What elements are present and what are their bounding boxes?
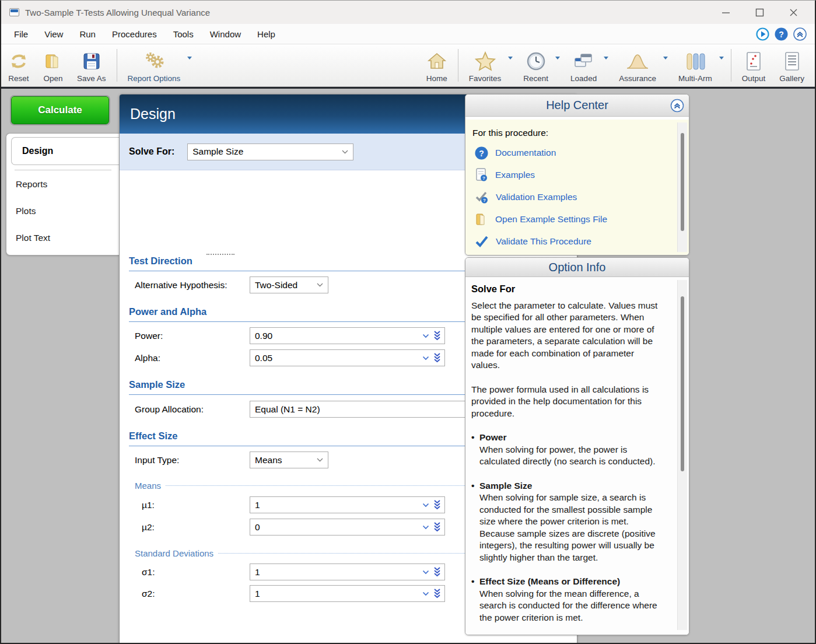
open-button[interactable]: Open (36, 44, 70, 86)
menu-view[interactable]: View (36, 26, 71, 43)
group-allocation-label: Group Allocation: (135, 404, 250, 415)
window-title: Two-Sample T-Tests Allowing Unequal Vari… (25, 8, 210, 18)
input-type-dropdown[interactable]: Means (250, 452, 328, 468)
toolbar-separator (458, 49, 458, 82)
favorites-button[interactable]: Favorites (462, 44, 509, 86)
run-play-icon[interactable] (756, 27, 769, 41)
multi-value-chevrons-icon[interactable] (433, 331, 441, 341)
multi-value-chevrons-icon[interactable] (433, 522, 441, 532)
multi-value-chevrons-icon[interactable] (433, 589, 441, 598)
alternative-hypothesis-dropdown[interactable]: Two-Sided (250, 276, 328, 293)
loaded-dropdown-arrow[interactable] (604, 57, 608, 60)
recent-button[interactable]: Recent (516, 44, 555, 86)
option-info-paragraph: Select the parameter to calculate. Value… (471, 300, 664, 372)
help-link-documentation[interactable]: ? Documentation (475, 144, 556, 162)
tab-design[interactable]: Design (11, 137, 121, 165)
chevron-down-icon[interactable] (422, 334, 429, 338)
procedure-tabs-panel: Design Reports Plots Plot Text (6, 133, 119, 256)
documentation-icon: ? (475, 146, 488, 160)
sigma2-input[interactable] (250, 585, 445, 602)
chevron-down-icon[interactable] (422, 503, 429, 508)
help-link-open-example-settings[interactable]: Open Example Settings File (475, 211, 607, 228)
mu1-input[interactable] (250, 496, 445, 513)
power-input[interactable] (250, 327, 445, 344)
mu1-label: µ1: (142, 500, 250, 510)
close-button[interactable] (776, 1, 810, 24)
reset-button[interactable]: Reset (1, 44, 36, 86)
tab-plots[interactable]: Plots (16, 202, 109, 220)
help-link-validation-examples[interactable]: ? Validation Examples (475, 188, 577, 206)
gallery-button[interactable]: Gallery (772, 44, 811, 86)
chevron-down-icon (317, 283, 323, 287)
help-icon[interactable]: ? (775, 27, 788, 41)
option-info-bullet-effect-size: • Effect Size (Means or Difference) When… (471, 576, 664, 624)
recent-dropdown-arrow[interactable] (555, 57, 560, 60)
assurance-button[interactable]: Assurance (612, 44, 663, 86)
multi-value-chevrons-icon[interactable] (433, 500, 441, 510)
menu-help[interactable]: Help (249, 26, 283, 43)
reset-icon (8, 50, 29, 73)
assurance-curve-icon (625, 50, 650, 73)
option-info-scrollbar[interactable] (677, 280, 687, 630)
report-options-button[interactable]: Report Options (121, 44, 188, 86)
panel-splitter-horizontal[interactable] (206, 254, 234, 255)
multi-value-chevrons-icon[interactable] (433, 567, 441, 577)
tab-plot-text[interactable]: Plot Text (16, 229, 109, 247)
collapse-panel-icon[interactable] (793, 27, 807, 41)
recent-clock-icon (526, 50, 547, 73)
title-bar: Two-Sample T-Tests Allowing Unequal Vari… (1, 1, 815, 24)
chevron-down-icon[interactable] (422, 570, 429, 575)
favorites-dropdown-arrow[interactable] (508, 57, 513, 60)
output-button[interactable]: Output (735, 44, 773, 86)
menu-window[interactable]: Window (202, 26, 249, 43)
option-info-panel: Option Info Solve For Select the paramet… (465, 257, 689, 635)
menu-tools[interactable]: Tools (165, 26, 202, 43)
menu-procedures[interactable]: Procedures (104, 26, 165, 43)
multi-value-chevrons-icon[interactable] (433, 353, 441, 363)
loaded-button[interactable]: Loaded (563, 44, 604, 86)
multi-arm-dropdown-arrow[interactable] (719, 57, 724, 60)
chevron-down-icon (317, 458, 323, 462)
help-center-scrollbar[interactable] (677, 123, 687, 252)
alpha-input-field[interactable] (250, 353, 422, 363)
tab-reports[interactable]: Reports (16, 176, 109, 193)
help-center-collapse-button[interactable] (670, 99, 684, 113)
mu2-input[interactable] (250, 519, 445, 536)
solve-for-dropdown[interactable]: Sample Size (187, 144, 353, 160)
assurance-dropdown-arrow[interactable] (663, 57, 668, 60)
sigma2-input-field[interactable] (250, 589, 422, 599)
chevron-down-icon[interactable] (422, 592, 429, 596)
option-info-scroll-thumb[interactable] (681, 296, 684, 471)
work-area: Calculate Design Reports Plots Plot Text… (1, 89, 815, 644)
alpha-input[interactable] (250, 349, 445, 366)
mu1-input-field[interactable] (250, 500, 422, 510)
chevron-down-icon[interactable] (422, 525, 429, 530)
power-input-field[interactable] (250, 331, 422, 341)
close-icon (789, 8, 798, 17)
help-link-examples[interactable]: ? Examples (475, 166, 535, 184)
multi-arm-bars-icon (684, 50, 707, 73)
menu-run[interactable]: Run (71, 26, 104, 43)
group-allocation-dropdown[interactable]: Equal (N1 = N2) (250, 401, 486, 418)
minimize-button[interactable] (709, 1, 743, 24)
sigma1-input-field[interactable] (250, 567, 422, 578)
home-button[interactable]: Home (419, 44, 454, 86)
multi-arm-button[interactable]: Multi-Arm (671, 44, 719, 86)
calculate-button[interactable]: Calculate (11, 96, 109, 124)
mu2-input-field[interactable] (250, 522, 422, 533)
maximize-button[interactable] (743, 1, 776, 24)
report-options-dropdown-arrow[interactable] (187, 57, 192, 60)
sigma1-input[interactable] (250, 564, 445, 580)
save-as-button[interactable]: Save As (70, 44, 113, 86)
alpha-label: Alpha: (135, 353, 250, 363)
menu-file[interactable]: File (6, 26, 36, 43)
help-center-scroll-thumb[interactable] (681, 133, 684, 231)
mu2-label: µ2: (142, 522, 250, 533)
help-center-panel: Help Center For this procedure: ? Docume… (465, 94, 689, 256)
maximize-icon (755, 8, 764, 17)
help-link-validate-procedure[interactable]: Validate This Procedure (475, 233, 591, 250)
chevron-down-icon (342, 150, 348, 154)
option-info-body: Solve For Select the parameter to calcul… (465, 277, 689, 635)
chevron-down-icon[interactable] (422, 356, 429, 360)
gallery-icon (783, 50, 801, 73)
